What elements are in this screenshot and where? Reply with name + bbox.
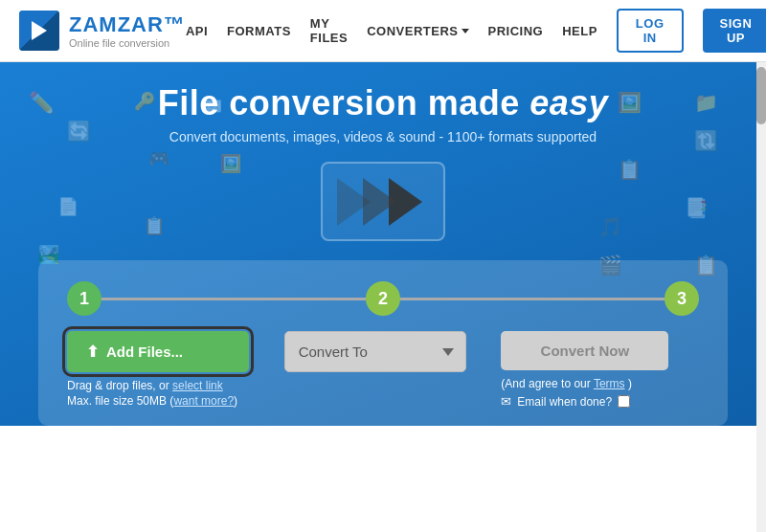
logo-area: ZAMZAR™ Online file conversion [19, 11, 186, 51]
upload-icon: ⬆ [86, 343, 99, 361]
logo-icon [19, 11, 59, 51]
hero-subtitle: Convert documents, images, videos & soun… [169, 129, 597, 144]
add-files-label: Add Files... [106, 344, 183, 360]
deco-copy-icon: 📑 [685, 196, 709, 219]
email-when-done-label: Email when done? [517, 395, 612, 409]
signup-button[interactable]: SIGN UP [703, 9, 766, 53]
deco-rotate-icon: 🔃 [694, 129, 718, 152]
hero-graphic [321, 162, 445, 241]
deco-pencil-icon: ✏️ [29, 91, 55, 116]
nav-area: API FORMATS MY FILES CONVERTERS PRICING … [186, 9, 766, 53]
nav-help[interactable]: HELP [562, 24, 597, 38]
step3-circle: 3 [665, 281, 699, 316]
email-row: ✉ Email when done? [501, 394, 699, 409]
email-checkbox[interactable] [618, 395, 630, 408]
conversion-box: 1 2 3 ⬆ Add Files... Drag & drop files, … [38, 260, 728, 426]
nav-pricing[interactable]: PRICING [488, 24, 544, 38]
deco-clipboard-icon: 📋 [618, 158, 642, 181]
convert-to-select[interactable]: Convert To [284, 331, 466, 372]
want-more-link[interactable]: want more? [173, 394, 234, 408]
nav-api[interactable]: API [186, 24, 208, 38]
chevron-down-icon [462, 29, 469, 33]
deco-image2-icon: 🖼️ [618, 91, 642, 114]
deco-music-icon: 🎵 [598, 215, 622, 238]
add-files-button[interactable]: ⬆ Add Files... [67, 331, 249, 372]
step1-circle: 1 [67, 281, 101, 316]
deco-folder-icon: 📁 [694, 91, 718, 114]
deco-sync-icon: 🔄 [67, 120, 91, 143]
deco-doc-icon: 📋 [144, 215, 165, 236]
deco-letter-icon: 📄 [57, 196, 79, 217]
logo-title: ZAMZAR™ [69, 12, 186, 37]
step2-circle: 2 [366, 281, 400, 316]
hero-title: File conversion made easy [158, 83, 609, 123]
hero-title-part1: File conversion made [158, 83, 530, 122]
deco-image-icon: 🖼️ [220, 153, 241, 174]
step1-area: ⬆ Add Files... Drag & drop files, or sel… [67, 331, 265, 408]
steps-row: 1 2 3 [67, 281, 699, 316]
step-line-1 [101, 298, 366, 300]
convert-now-button[interactable]: Convert Now [501, 331, 668, 370]
email-icon: ✉ [501, 394, 511, 409]
drag-drop-text: Drag & drop files, or select link [67, 379, 265, 392]
controls-row: ⬆ Add Files... Drag & drop files, or sel… [67, 331, 699, 409]
login-button[interactable]: LOG IN [617, 9, 684, 53]
deco-key-icon: 🔑 [134, 91, 155, 112]
terms-link[interactable]: Terms [594, 377, 625, 390]
logo-subtitle: Online file conversion [69, 37, 186, 49]
max-size-text: Max. file size 50MB (want more?) [67, 394, 265, 408]
hero-title-easy: easy [529, 83, 608, 122]
hero-section: ✏️ 🔄 🔑 🎮 ✉️ 🖼️ 📄 📋 🏞️ 📁 🖼️ 🔃 📋 📑 🎵 📋 🎬 F… [0, 62, 766, 426]
deco-gamepad-icon: 🎮 [148, 148, 169, 169]
triple-arrow-icon [345, 178, 422, 226]
nav-formats[interactable]: FORMATS [227, 24, 291, 38]
step2-area: Convert To [265, 331, 483, 372]
select-link[interactable]: select link [172, 379, 223, 392]
scrollbar[interactable] [756, 62, 766, 532]
logo-text: ZAMZAR™ Online file conversion [69, 12, 186, 49]
step-line-2 [400, 298, 665, 300]
step3-area: Convert Now (And agree to our Terms ) ✉ … [482, 331, 699, 409]
agree-text: (And agree to our Terms ) [501, 377, 699, 390]
nav-converters[interactable]: CONVERTERS [367, 24, 468, 38]
nav-my-files[interactable]: MY FILES [310, 16, 348, 45]
scrollbar-thumb[interactable] [756, 67, 766, 124]
header: ZAMZAR™ Online file conversion API FORMA… [0, 0, 766, 62]
